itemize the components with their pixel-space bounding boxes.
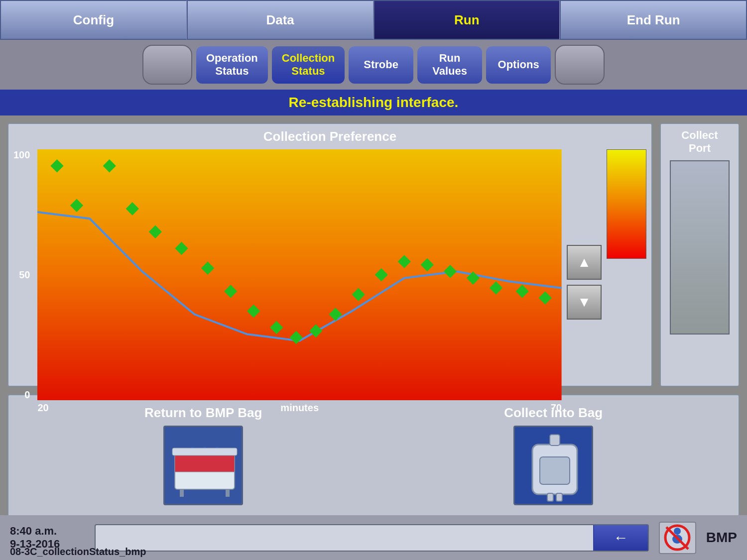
main-content: Collection Preference 100 50 0 bbox=[0, 115, 747, 394]
collection-status-tab[interactable]: Collection Status bbox=[272, 46, 345, 84]
return-bmp-title: Return to BMP Bag bbox=[144, 405, 262, 421]
svg-point-39 bbox=[674, 528, 681, 535]
chart-down-button[interactable]: ▼ bbox=[567, 285, 602, 320]
chart-controls: ▲ ▼ bbox=[567, 149, 602, 416]
sub-nav-left-spacer bbox=[142, 45, 192, 85]
no-symbol-icon bbox=[659, 522, 696, 554]
data-tab[interactable]: Data bbox=[187, 0, 374, 40]
svg-rect-36 bbox=[547, 493, 553, 501]
status-text: Re-establishing interface. bbox=[289, 95, 459, 111]
chart-y-labels: 100 50 0 bbox=[13, 149, 32, 416]
y-label-0: 0 bbox=[24, 389, 30, 401]
svg-rect-26 bbox=[180, 489, 184, 497]
collect-bag-svg bbox=[515, 427, 593, 505]
footer-time-text: 8:40 a.m. bbox=[10, 525, 85, 538]
return-bmp-icon[interactable] bbox=[163, 426, 243, 505]
collect-bag-title: Collect into Bag bbox=[504, 405, 603, 421]
y-label-100: 100 bbox=[13, 149, 30, 161]
svg-rect-31 bbox=[172, 448, 237, 455]
chart-area: 100 50 0 bbox=[13, 149, 646, 416]
strobe-tab[interactable]: Strobe bbox=[349, 46, 413, 84]
chart-canvas bbox=[37, 149, 562, 400]
run-tab[interactable]: Run bbox=[374, 0, 560, 40]
bmp-bag-svg bbox=[165, 427, 243, 505]
run-values-tab[interactable]: Run Values bbox=[417, 46, 482, 84]
svg-rect-35 bbox=[550, 435, 560, 446]
status-banner: Re-establishing interface. bbox=[0, 90, 747, 115]
back-arrow-icon: ← bbox=[614, 529, 628, 546]
chart-svg bbox=[37, 149, 562, 400]
color-bar bbox=[607, 149, 646, 259]
collect-bag-option: Collect into Bag bbox=[504, 405, 603, 505]
end-run-tab[interactable]: End Run bbox=[560, 0, 747, 40]
return-bmp-option: Return to BMP Bag bbox=[144, 405, 262, 505]
chart-canvas-wrap: 20 minutes 70 bbox=[37, 149, 562, 416]
chart-up-button[interactable]: ▲ bbox=[567, 245, 602, 280]
collect-port-label: Collect Port bbox=[681, 129, 718, 155]
top-nav: Config Data Run End Run bbox=[0, 0, 747, 40]
footer-input[interactable]: ← bbox=[95, 524, 649, 552]
sub-nav: Operation Status Collection Status Strob… bbox=[0, 40, 747, 90]
y-label-50: 50 bbox=[19, 269, 30, 281]
svg-rect-27 bbox=[226, 489, 230, 497]
chart-title: Collection Preference bbox=[13, 129, 646, 144]
options-tab[interactable]: Options bbox=[486, 46, 551, 84]
bmp-no-icon-svg bbox=[662, 524, 692, 552]
sub-nav-right-spacer bbox=[555, 45, 605, 85]
operation-status-tab[interactable]: Operation Status bbox=[196, 46, 268, 84]
collect-port-box bbox=[670, 160, 730, 335]
bottom-row: Return to BMP Bag bbox=[23, 405, 724, 505]
svg-rect-37 bbox=[556, 493, 562, 501]
footer-bmp-label: BMP bbox=[706, 530, 737, 546]
chart-panel: Collection Preference 100 50 0 bbox=[7, 123, 652, 387]
right-panel: Collect Port bbox=[660, 123, 740, 387]
footer: 8:40 a.m. 9-13-2016 ← BMP 08-3C_collecti… bbox=[0, 515, 747, 560]
svg-rect-25 bbox=[175, 454, 235, 472]
svg-rect-0 bbox=[37, 149, 562, 400]
svg-rect-34 bbox=[540, 457, 570, 484]
footer-filename: 08-3C_collectionStatus_bmp bbox=[10, 546, 146, 558]
collect-bag-icon[interactable] bbox=[513, 426, 593, 505]
config-tab[interactable]: Config bbox=[0, 0, 187, 40]
back-arrow-button[interactable]: ← bbox=[593, 525, 648, 551]
